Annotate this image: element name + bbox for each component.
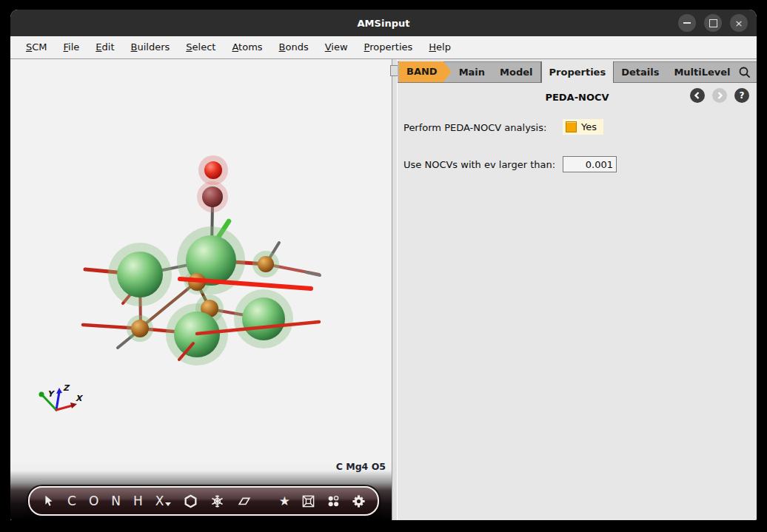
window-controls: × [678,14,748,32]
maximize-button[interactable] [704,14,722,32]
engine-tab-band[interactable]: BAND [399,61,452,82]
menu-bar: SCM File Edit Builders Select Atoms Bond… [10,36,757,59]
crystal-icon[interactable] [210,494,224,508]
settings-panel: BAND Main Model Properties Details Multi… [398,59,757,520]
pointer-icon[interactable] [41,494,55,508]
peda-analysis-value: Yes [581,121,597,132]
menu-atoms[interactable]: Atoms [224,36,270,58]
back-button[interactable] [690,88,705,103]
menu-help[interactable]: Help [421,36,459,58]
element-o-button[interactable]: O [89,495,98,508]
element-x-label: X [155,495,164,508]
tab-group-details: Details MultiLevel [614,61,737,83]
menu-bonds[interactable]: Bonds [271,36,317,58]
axis-z-label: Z [63,383,70,393]
tab-properties[interactable]: Properties [541,61,614,83]
plane-icon[interactable] [237,494,252,508]
menu-edit[interactable]: Edit [87,36,122,58]
element-h-button[interactable]: H [133,495,143,508]
molecule-3d-render: Z Y X [10,59,392,520]
form-row-peda: Perform PEDA-NOCV analysis: Yes [403,119,757,135]
maximize-icon [709,19,717,27]
close-button[interactable]: × [730,14,748,32]
tab-details[interactable]: Details [614,61,666,83]
menu-view[interactable]: View [317,36,356,58]
tab-main[interactable]: Main [452,61,492,83]
ring-icon[interactable] [184,494,198,508]
tab-model[interactable]: Model [492,61,540,83]
minimize-icon [683,22,691,24]
toolbar-zone: C O N H X [10,461,392,520]
page-title: PEDA-NOCV [545,92,609,103]
option-swatch-icon [566,121,577,132]
star-icon[interactable]: ★ [279,495,290,508]
nocv-threshold-input[interactable] [563,156,617,172]
formula-label: C Mg4 O5 [336,461,386,472]
section-header: PEDA-NOCV ? [398,83,757,111]
element-x-dropdown[interactable]: X [155,495,172,508]
menu-properties[interactable]: Properties [356,36,421,58]
menu-file[interactable]: File [56,36,88,58]
form-row-nocv: Use NOCVs with ev larger than: [403,156,757,172]
builder-toolbar: C O N H X [28,486,379,516]
settings-icon[interactable] [352,494,366,508]
molecule-viewport[interactable]: Z Y X C Mg4 O5 C O N H [10,59,392,520]
molecule-icon[interactable] [326,494,341,508]
chevron-down-icon [165,502,171,506]
minimize-button[interactable] [678,14,696,32]
menu-select[interactable]: Select [178,36,224,58]
tab-bar: BAND Main Model Properties Details Multi… [398,61,757,83]
search-icon[interactable] [738,66,751,79]
close-icon: × [735,18,743,29]
tab-group-main: Main Model [452,61,541,83]
peda-analysis-select[interactable]: Yes [563,119,603,135]
axis-indicator: Z Y X [39,383,84,410]
forward-button[interactable] [712,88,727,103]
tab-multilevel[interactable]: MultiLevel [666,61,737,83]
titlebar[interactable]: AMSinput × [10,10,757,36]
menu-builders[interactable]: Builders [123,36,178,58]
peda-analysis-label: Perform PEDA-NOCV analysis: [403,122,546,133]
help-button[interactable]: ? [734,88,749,103]
element-n-button[interactable]: N [111,495,121,508]
panel-nav: ? [690,88,749,103]
menu-scm[interactable]: SCM [18,36,56,58]
amsinput-window: AMSinput × SCM File Edit Builders Select… [10,10,757,520]
nocv-threshold-label: Use NOCVs with ev larger than: [403,159,555,170]
window-title: AMSinput [358,18,410,29]
axis-y-label: Y [47,389,56,399]
element-c-button[interactable]: C [67,495,76,508]
unit-cell-icon[interactable] [301,494,315,508]
axis-x-label: X [76,394,84,403]
panel-splitter[interactable] [392,59,398,520]
form-area: Perform PEDA-NOCV analysis: Yes Use NOCV… [398,111,757,193]
